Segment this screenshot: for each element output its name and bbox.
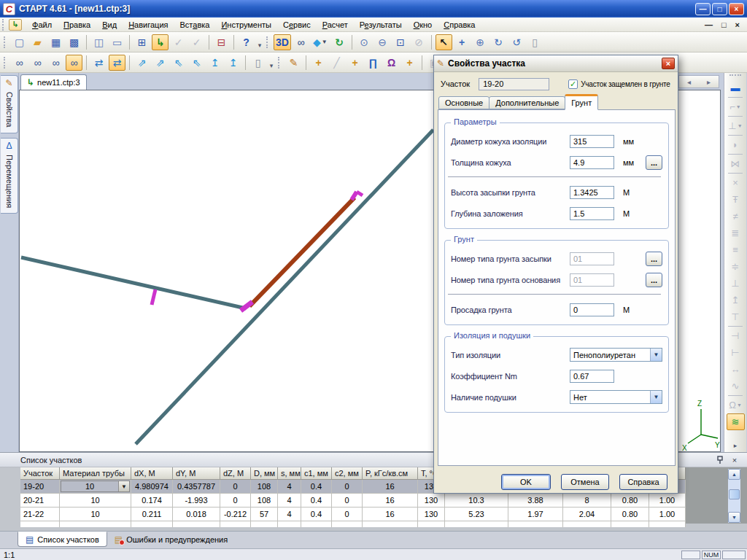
pan-button[interactable]: + bbox=[454, 34, 471, 50]
column-header-0[interactable]: Участок bbox=[20, 467, 60, 480]
cell[interactable]: 0.80 bbox=[611, 508, 649, 521]
fitting-top-b[interactable] bbox=[357, 192, 363, 195]
cell[interactable]: 0 bbox=[332, 508, 363, 521]
maximize-button[interactable]: □ bbox=[712, 3, 727, 15]
row-id-cell[interactable]: 20-21 bbox=[20, 494, 60, 508]
cell[interactable]: 57 bbox=[251, 508, 278, 521]
rotate-ne-alt-button[interactable]: ⇗ bbox=[152, 55, 169, 71]
tab-scroll-left-icon[interactable]: ◂ bbox=[687, 78, 691, 86]
field-input[interactable]: 4.9 bbox=[570, 156, 614, 169]
sheet-button[interactable]: ▯ bbox=[527, 34, 543, 50]
insert-double-support-button[interactable]: ≑ bbox=[727, 258, 745, 275]
add-query-node-button[interactable]: + bbox=[401, 55, 418, 71]
toolbar-overflow-icon[interactable]: ▾ bbox=[267, 55, 276, 71]
omega-compensator-button[interactable]: Ω bbox=[383, 55, 400, 71]
column-header-3[interactable]: dY, М bbox=[173, 467, 220, 480]
field-combo[interactable]: Пенополиуретан▼ bbox=[570, 348, 662, 362]
rotate-ccw-button[interactable]: ↺ bbox=[508, 34, 525, 50]
insert-elbow-button[interactable]: ⌐▼ bbox=[727, 98, 745, 115]
cell[interactable]: 4 bbox=[278, 494, 301, 508]
insert-anchor-button[interactable]: Ŧ bbox=[727, 191, 745, 208]
row-id-cell[interactable] bbox=[20, 521, 60, 527]
refresh-button[interactable]: ↻ bbox=[331, 34, 348, 50]
combo-dropdown-icon[interactable]: ▼ bbox=[118, 481, 129, 491]
rotate-ne-button[interactable]: ⇗ bbox=[133, 55, 150, 71]
cell[interactable]: 0 bbox=[220, 494, 251, 508]
split-node-button[interactable]: ╱ bbox=[328, 55, 345, 71]
sidebar-tab-свойства[interactable]: ✎Свойства bbox=[1, 75, 18, 133]
cell[interactable]: 130 bbox=[418, 508, 445, 521]
cell[interactable]: -0.212 bbox=[220, 508, 251, 521]
cell[interactable]: 10 bbox=[60, 508, 131, 521]
toolbar-overflow-icon[interactable]: ▸ bbox=[734, 442, 738, 449]
menu-item-результаты[interactable]: Результаты bbox=[354, 19, 408, 31]
cell[interactable]: 16 bbox=[363, 480, 418, 494]
mdi-restore-icon[interactable]: □ bbox=[721, 20, 727, 29]
column-header-4[interactable]: dZ, М bbox=[220, 467, 251, 480]
table-row-partial[interactable] bbox=[20, 521, 686, 527]
context-help-button[interactable]: ? bbox=[238, 34, 255, 50]
ground-section-button[interactable]: ≋ bbox=[727, 413, 745, 430]
new-file-button[interactable]: ▢ bbox=[11, 34, 28, 50]
dialog-tab-дополнительные[interactable]: Дополнительные bbox=[489, 96, 565, 109]
combo-dropdown-icon[interactable]: ▼ bbox=[650, 391, 662, 403]
document-tab[interactable]: ↳ new11.ctp:3 bbox=[20, 74, 87, 90]
field-input[interactable]: 1.3425 bbox=[570, 186, 614, 199]
table-row-20-21[interactable]: 20-21100.174-1.993010840.401613010.33.88… bbox=[20, 494, 686, 508]
cell[interactable]: 4 bbox=[278, 480, 301, 494]
bottom-tab-sections[interactable]: ▤Список участков bbox=[18, 532, 107, 547]
insert-tee-button[interactable]: ⊥▼ bbox=[727, 117, 745, 134]
cell[interactable]: 0.80 bbox=[611, 494, 649, 508]
menu-item-вид[interactable]: Вид bbox=[96, 19, 123, 31]
cell[interactable]: 130 bbox=[418, 494, 445, 508]
pipe-branch[interactable] bbox=[21, 257, 246, 308]
cell[interactable]: 16 bbox=[363, 508, 418, 521]
mdi-close-icon[interactable]: × bbox=[735, 20, 740, 29]
cell[interactable] bbox=[251, 521, 278, 527]
cell[interactable] bbox=[445, 521, 508, 527]
cell[interactable]: 2.04 bbox=[563, 508, 611, 521]
u-compensator-button[interactable]: ∏ bbox=[365, 55, 382, 71]
panel-close-icon[interactable]: × bbox=[729, 455, 740, 465]
insert-joint-button[interactable]: ⊢ bbox=[727, 344, 745, 361]
insert-cross-button[interactable]: × bbox=[727, 174, 745, 191]
scroll-up-icon[interactable]: ▲ bbox=[728, 469, 740, 480]
insert-base-support-button[interactable]: ⊥ bbox=[727, 275, 745, 292]
calculator-button[interactable]: ⊟ bbox=[213, 34, 230, 50]
insert-axial-button[interactable]: ↔ bbox=[727, 361, 745, 378]
cell[interactable] bbox=[60, 521, 131, 527]
ok-button[interactable]: OK bbox=[501, 474, 551, 490]
pipe-selected-19-20[interactable] bbox=[249, 198, 355, 306]
insert-flex-button[interactable]: ∿ bbox=[727, 378, 745, 394]
dialog-close-button[interactable]: × bbox=[662, 58, 675, 69]
pin-icon[interactable] bbox=[715, 455, 725, 465]
zoom-previous-button[interactable]: ⊘ bbox=[411, 34, 427, 50]
node-move-button[interactable]: ∞ bbox=[66, 55, 82, 71]
rotate-cw-button[interactable]: ↻ bbox=[490, 34, 507, 50]
insert-gauge-button[interactable]: Ω▼ bbox=[727, 397, 745, 413]
cell[interactable]: 4.980974 bbox=[131, 480, 173, 494]
browse-button[interactable]: ... bbox=[646, 155, 662, 170]
field-input[interactable]: 01 bbox=[570, 252, 614, 265]
cell[interactable]: 0.174 bbox=[131, 494, 173, 508]
dialog-tab-грунт[interactable]: Грунт bbox=[565, 94, 598, 110]
pipe-main[interactable] bbox=[136, 130, 433, 444]
cell[interactable] bbox=[363, 521, 418, 527]
cell[interactable]: 0.4 bbox=[301, 494, 332, 508]
cell[interactable]: 3.88 bbox=[508, 494, 563, 508]
minimize-button[interactable]: — bbox=[695, 3, 711, 15]
tab-scroll-right-icon[interactable]: ▸ bbox=[707, 78, 711, 86]
save-button[interactable]: ▦ bbox=[47, 34, 64, 50]
check-errors-button[interactable]: ✓ bbox=[188, 34, 205, 50]
cell[interactable]: 0.4 bbox=[301, 480, 332, 494]
menu-item-окно[interactable]: Окно bbox=[408, 19, 438, 31]
column-header-6[interactable]: s, мм bbox=[278, 467, 301, 480]
toolbar-overflow-icon[interactable]: ▾ bbox=[255, 34, 264, 50]
cell[interactable]: 5.23 bbox=[445, 508, 508, 521]
zoom-in-button[interactable]: ⊕ bbox=[472, 34, 489, 50]
add-node-button[interactable]: + bbox=[310, 55, 327, 71]
cell[interactable]: 0.211 bbox=[131, 508, 173, 521]
window-layout-button[interactable]: ⊞ bbox=[133, 34, 150, 50]
cell[interactable]: 10▼ bbox=[60, 480, 131, 494]
menu-item-правка[interactable]: Правка bbox=[58, 19, 96, 31]
